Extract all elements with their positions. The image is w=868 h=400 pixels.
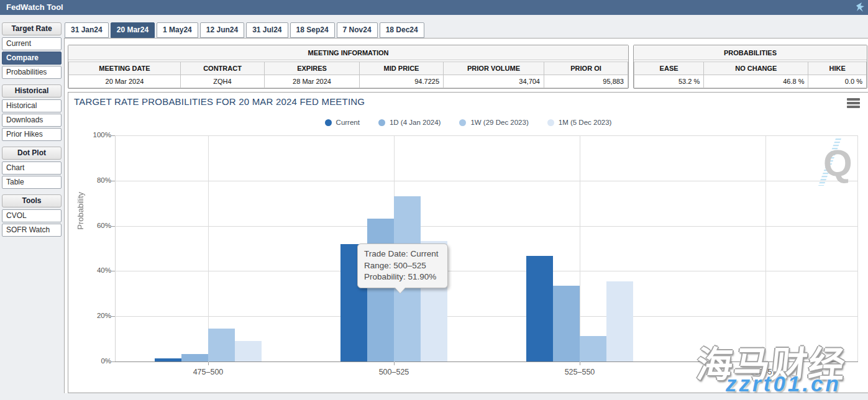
chart-bar-current-525-550[interactable] [526, 256, 553, 361]
sidebar-section-target-rate: Target RateCurrentCompareProbabilities [2, 22, 62, 79]
legend-dot-1m-5-dec-2023 [547, 119, 554, 126]
plot-area: Trade Date: Current Range: 500–525 Proba… [115, 136, 858, 362]
sidebar-item-historical[interactable]: Historical [2, 99, 62, 112]
chart-bar-1w-29-dec-2023-525-550[interactable] [580, 336, 606, 361]
sidebar-section-dot-plot: Dot PlotChartTable [2, 147, 62, 189]
sidebar-item-compare[interactable]: Compare [2, 52, 62, 65]
sidebar-header-tools: Tools [2, 194, 62, 207]
sidebar-item-current[interactable]: Current [2, 37, 62, 50]
app-title: FedWatch Tool [6, 2, 63, 12]
gridline-100% [115, 135, 858, 136]
sidebar-item-table[interactable]: Table [2, 176, 62, 189]
meeting-val-94-7225: 94.7225 [360, 75, 444, 88]
chart-bar-1d-4-jan-2024-500-525[interactable] [367, 219, 394, 361]
hamburger-menu-icon[interactable] [847, 98, 860, 109]
meeting-col-prior-volume: PRIOR VOLUME [444, 62, 544, 75]
tab-12-jun24[interactable]: 12 Jun24 [200, 22, 244, 38]
tooltip-range: Range: 500–525 [364, 260, 441, 272]
y-tick-mark-40 [111, 271, 115, 271]
chart-title: TARGET RATE PROBABILITIES FOR 20 MAR 202… [74, 96, 365, 107]
gridline-20% [115, 316, 858, 317]
chart-bar-1w-29-dec-2023-475-500[interactable] [208, 329, 235, 362]
y-tick-mark-80 [111, 181, 115, 181]
sidebar-section-tools: ToolsCVOLSOFR Watch [2, 194, 62, 237]
y-tick-mark-20 [111, 316, 115, 317]
gridline-80% [115, 181, 858, 181]
meeting-val-95-883: 95,883 [544, 75, 628, 88]
quikstrike-q-watermark: Q [801, 139, 852, 188]
meeting-col-meeting-date: MEETING DATE [69, 62, 181, 75]
chart-bar-1d-4-jan-2024-475-500[interactable] [181, 354, 208, 361]
prob-val-46-8: 46.8 % [704, 75, 808, 88]
tab-31-jan24[interactable]: 31 Jan24 [65, 22, 109, 38]
sidebar-item-probabilities[interactable]: Probabilities [2, 66, 62, 79]
sidebar-item-chart[interactable]: Chart [2, 161, 62, 175]
y-tick-label-0: 0% [84, 357, 111, 365]
y-tick-label-60: 60% [84, 222, 111, 229]
legend-item-1w-29-dec-2023[interactable]: 1W (29 Dec 2023) [459, 119, 528, 126]
prob-col-hike: HIKE [808, 62, 867, 75]
legend-item-1d-4-jan-2024[interactable]: 1D (4 Jan 2024) [378, 119, 441, 126]
probabilities-title: PROBABILITIES [634, 45, 867, 60]
legend-item-current[interactable]: Current [325, 119, 360, 126]
chart-bar-1d-4-jan-2024-525-550[interactable] [553, 286, 580, 361]
tab-1-may24[interactable]: 1 May24 [157, 22, 198, 38]
tab-7-nov24[interactable]: 7 Nov24 [337, 22, 378, 38]
category-gridline-525-550 [580, 136, 580, 362]
tab-20-mar24[interactable]: 20 Mar24 [111, 22, 155, 38]
meeting-col-expires: EXPIRES [265, 62, 360, 75]
x-tick-mark-475-500 [208, 362, 209, 365]
sidebar-item-cvol[interactable]: CVOL [2, 209, 62, 222]
sidebar-item-prior-hikes[interactable]: Prior Hikes [2, 128, 62, 141]
chart-legend: Current1D (4 Jan 2024)1W (29 Dec 2023)1M… [68, 119, 868, 126]
category-gridline-550-575 [765, 136, 766, 362]
legend-label: 1W (29 Dec 2023) [470, 119, 528, 126]
q-letter: Q [823, 142, 852, 184]
sidebar-item-downloads[interactable]: Downloads [2, 114, 62, 127]
y-tick-label-100: 100% [84, 131, 111, 139]
y-tick-label-40: 40% [84, 266, 111, 274]
sidebar-header-dot-plot: Dot Plot [2, 147, 62, 160]
bird-icon[interactable] [856, 2, 865, 17]
prob-col-ease: EASE [634, 62, 704, 75]
tab-18-dec24[interactable]: 18 Dec24 [380, 22, 424, 38]
legend-dot-current [325, 119, 332, 126]
meeting-col-contract: CONTRACT [181, 62, 265, 75]
legend-label: 1D (4 Jan 2024) [390, 119, 441, 126]
category-label-525-550: 525–550 [542, 368, 617, 376]
chart-bar-current-475-500[interactable] [155, 358, 181, 361]
probabilities-table: EASENO CHANGEHIKE 53.2 %46.8 %0.0 % [634, 61, 867, 88]
chart-bar-1m-5-dec-2023-525-550[interactable] [606, 281, 633, 361]
gridline-60% [115, 226, 858, 227]
meeting-val-34-704: 34,704 [444, 75, 544, 88]
legend-dot-1d-4-jan-2024 [378, 119, 385, 126]
meeting-val-zqh4: ZQH4 [181, 75, 265, 88]
tab-31-jul24[interactable]: 31 Jul24 [246, 22, 288, 38]
plot-left-border [115, 136, 116, 362]
tab-18-sep24[interactable]: 18 Sep24 [290, 22, 335, 38]
y-tick-mark-60 [111, 226, 115, 227]
sidebar: Target RateCurrentCompareProbabilitiesHi… [2, 22, 62, 242]
prob-val-0-0: 0.0 % [808, 75, 867, 88]
category-label-500-525: 500–525 [357, 368, 431, 376]
app-header: FedWatch Tool [0, 0, 868, 15]
y-tick-label-20: 20% [84, 312, 111, 319]
site-watermark-url: zzrt01.cn [702, 371, 865, 396]
meeting-val-28-mar-2024: 28 Mar 2024 [265, 75, 360, 88]
legend-label: 1M (5 Dec 2023) [559, 119, 612, 126]
tooltip-probability: Probability: 51.90% [364, 271, 441, 283]
legend-label: Current [336, 119, 360, 126]
sidebar-item-sofr-watch[interactable]: SOFR Watch [2, 224, 62, 237]
x-tick-mark-500-525 [394, 362, 395, 365]
gridline-40% [115, 271, 858, 271]
meeting-information-title: MEETING INFORMATION [68, 45, 628, 60]
legend-item-1m-5-dec-2023[interactable]: 1M (5 Dec 2023) [547, 119, 612, 126]
plot-right-border [857, 136, 858, 362]
sidebar-section-historical: HistoricalHistoricalDownloadsPrior Hikes [2, 84, 62, 141]
meeting-information-panel: MEETING INFORMATION MEETING DATECONTRACT… [68, 45, 629, 89]
x-tick-mark-525-550 [580, 362, 580, 365]
meeting-col-mid-price: MID PRICE [360, 62, 444, 75]
chart-bar-1m-5-dec-2023-475-500[interactable] [235, 341, 262, 361]
category-label-475-500: 475–500 [171, 368, 245, 376]
meeting-val-20-mar-2024: 20 Mar 2024 [69, 75, 181, 88]
